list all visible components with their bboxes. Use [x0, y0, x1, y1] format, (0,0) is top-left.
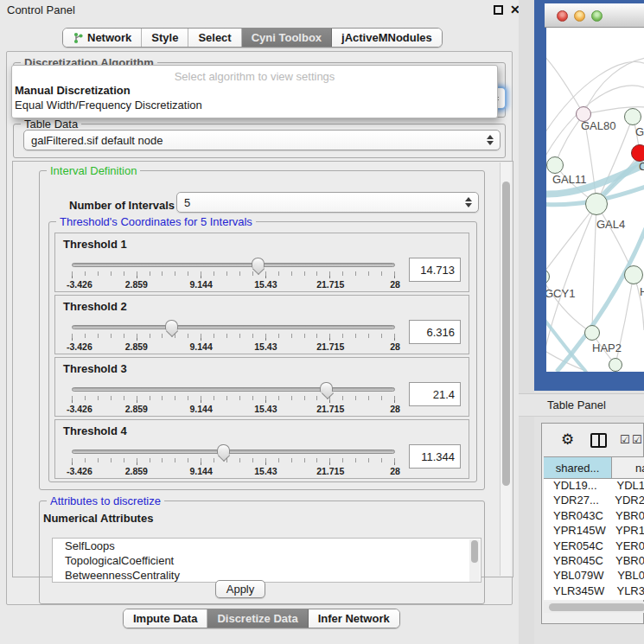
float-window-icon[interactable] [494, 5, 503, 15]
panel-divider [519, 0, 534, 644]
tab-cyni-toolbox[interactable]: Cyni Toolbox [242, 29, 332, 47]
node-partial-top[interactable] [624, 108, 641, 125]
network-canvas[interactable]: GAL80 GA C GAL11 GAL4 GCY1 H HAP2 [546, 28, 644, 372]
attributes-group-label: Attributes to discretize [47, 494, 164, 507]
node-label-hap2: HAP2 [592, 341, 622, 354]
close-traffic-light-icon[interactable] [557, 10, 568, 22]
column-header-name[interactable]: name [612, 457, 644, 478]
list-scrollbar[interactable] [469, 539, 480, 583]
number-of-intervals-combobox[interactable]: 5 [176, 192, 479, 213]
threshold-2-slider-track[interactable] [72, 325, 395, 329]
table-toolbar: ⚙ ☑ ☑ [542, 424, 643, 456]
settings-scrollbar[interactable] [500, 163, 511, 576]
threshold-2-slider-thumb[interactable] [165, 320, 178, 330]
tab-discretize-data[interactable]: Discretize Data [207, 609, 308, 628]
minimize-traffic-light-icon[interactable] [574, 10, 585, 22]
node-label-gcy1: GCY1 [546, 287, 575, 300]
threshold-2-value-field[interactable]: 6.316 [409, 320, 461, 344]
bottom-tab-bar: Impute Data Discretize Data Infer Networ… [123, 609, 400, 628]
list-item[interactable]: BetweennessCentrality [53, 568, 481, 583]
threshold-3-panel: Threshold 3 -3.4262.8599.14415.4321.7152… [54, 357, 469, 417]
threshold-2-label: Threshold 2 [63, 300, 461, 313]
number-of-intervals-value: 5 [184, 196, 190, 209]
table-row[interactable]: YBR045CYBR0 [544, 554, 644, 569]
threshold-1-value-field[interactable]: 14.713 [409, 258, 461, 282]
threshold-1-slider-thumb[interactable] [252, 258, 265, 268]
interval-definition-label: Interval Definition [47, 164, 140, 177]
node-label-partial-g: GA [635, 125, 644, 138]
combo-stepper-icon [465, 197, 472, 207]
table-data-combobox[interactable]: galFiltered.sif default node [23, 130, 501, 150]
thresholds-group: Threshold's Coordinates for 5 Intervals … [48, 221, 477, 482]
tab-style[interactable]: Style [142, 29, 188, 47]
table-row[interactable]: YDL19...YDL1 [544, 479, 644, 494]
column-header-shared[interactable]: shared... [544, 457, 612, 478]
combo-stepper-icon [487, 135, 494, 145]
list-item[interactable]: TopologicalCoefficient [53, 553, 481, 568]
node-partial-bottom[interactable] [609, 358, 622, 372]
table-panel-window: ⚙ ☑ ☑ shared... name YDL19...YDL1 YDR27.… [541, 423, 644, 624]
threshold-3-slider-track[interactable] [72, 387, 395, 392]
node-label-partial-c: C [639, 160, 644, 173]
table-horizontal-scrollbar[interactable] [544, 602, 644, 613]
tab-jactivemnodules[interactable]: jActiveMNodules [332, 29, 442, 47]
list-item[interactable]: SelfLoops [53, 539, 481, 553]
threshold-3-label: Threshold 3 [63, 362, 461, 375]
node-label-gal4: GAL4 [596, 218, 625, 231]
threshold-4-slider-thumb[interactable] [217, 444, 230, 455]
threshold-3-scale: -3.4262.8599.14415.4321.71528 [72, 404, 395, 414]
scrollbar-thumb[interactable] [502, 182, 510, 486]
tab-network[interactable]: Network [63, 29, 142, 47]
threshold-4-value-field[interactable]: 11.344 [409, 444, 461, 469]
number-of-intervals-label: Number of Intervals [69, 199, 175, 212]
tab-select[interactable]: Select [188, 29, 241, 47]
table-row[interactable]: YBL079WYBL0 [544, 569, 644, 583]
threshold-4-panel: Threshold 4 -3.4262.8599.14415.4321.7152… [54, 419, 469, 479]
checkbox-icon[interactable]: ☑ [632, 433, 642, 446]
settings-scrollpane: Interval Definition Number of Intervals … [12, 161, 513, 577]
popup-item-manual-discretization[interactable]: Manual Discretization [12, 83, 497, 98]
table-data-label: Table Data [21, 118, 81, 131]
node-table: shared... name YDL19...YDL1 YDR27...YDR2… [544, 456, 644, 600]
threshold-1-scale: -3.4262.8599.14415.4321.71528 [72, 279, 395, 290]
node-h[interactable] [624, 265, 643, 284]
threshold-4-slider-track[interactable] [72, 450, 395, 454]
apply-button[interactable]: Apply [215, 580, 265, 598]
gear-icon[interactable]: ⚙ [561, 430, 574, 449]
table-row[interactable]: YDR27...YDR2 [544, 494, 644, 508]
network-window-titlebar[interactable] [545, 3, 644, 28]
table-row[interactable]: YER054CYER0 [544, 539, 644, 554]
thresholds-group-label: Threshold's Coordinates for 5 Intervals [56, 215, 256, 228]
threshold-1-panel: Threshold 1 -3.4262.8599.14415.4321.7152… [54, 233, 469, 292]
threshold-4-scale: -3.4262.8599.14415.4321.71528 [72, 466, 395, 476]
node-selected-red[interactable] [631, 144, 644, 162]
table-row[interactable]: YPR145WYPR1 [544, 524, 644, 539]
node-gal4[interactable] [585, 193, 608, 215]
node-label-gal11: GAL11 [552, 173, 587, 186]
numerical-attributes-label: Numerical Attributes [43, 512, 153, 525]
threshold-2-scale: -3.4262.8599.14415.4321.71528 [72, 341, 395, 352]
popup-header: Select algorithm to view settings [12, 66, 497, 83]
threshold-1-slider-track[interactable] [72, 263, 395, 267]
control-panel-title: Control Panel [0, 0, 519, 21]
node-hap2[interactable] [584, 325, 600, 341]
scrollbar-thumb[interactable] [549, 603, 644, 611]
zoom-traffic-light-icon[interactable] [591, 10, 603, 22]
top-tab-bar: Network Style Select Cyni Toolbox jActiv… [62, 28, 443, 48]
tab-infer-network[interactable]: Infer Network [309, 609, 399, 628]
network-icon [73, 32, 84, 44]
threshold-3-slider-thumb[interactable] [320, 382, 333, 392]
threshold-3-value-field[interactable]: 21.4 [409, 382, 461, 406]
popup-item-equal-width-frequency[interactable]: Equal Width/Frequency Discretization [12, 98, 497, 112]
table-row[interactable]: YLR345WYLR3 [544, 584, 644, 599]
checkbox-icon[interactable]: ☑ [620, 433, 630, 446]
threshold-2-panel: Threshold 2 -3.4262.8599.14415.4321.7152… [54, 295, 469, 354]
table-data-selected-value: galFiltered.sif default node [31, 134, 163, 147]
tab-impute-data[interactable]: Impute Data [124, 609, 207, 628]
table-row[interactable]: YBR043CYBR0 [544, 509, 644, 524]
table-panel-title: Table Panel [519, 393, 644, 417]
split-view-icon[interactable] [590, 433, 607, 448]
numerical-attributes-list: SelfLoops TopologicalCoefficient Between… [52, 538, 481, 583]
node-gal11[interactable] [546, 156, 564, 174]
algorithm-dropdown-popup: Select algorithm to view settings Manual… [11, 65, 498, 118]
